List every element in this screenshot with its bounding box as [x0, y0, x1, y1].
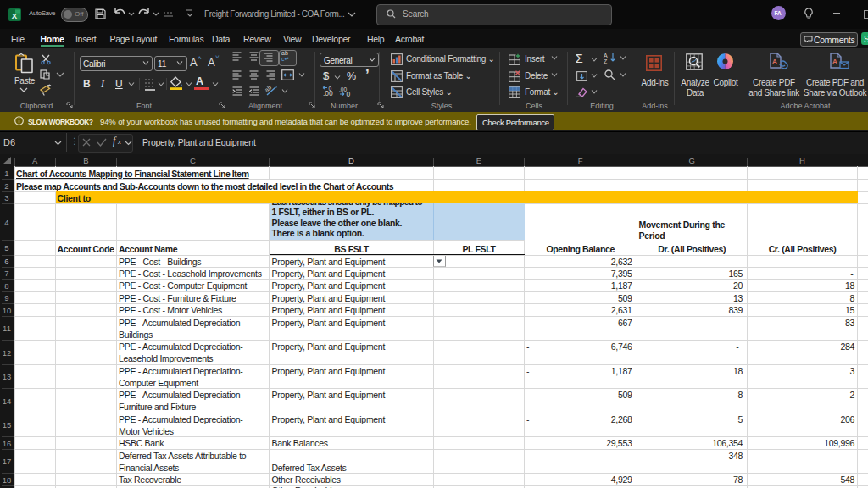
svg-text:A: A: [772, 58, 777, 65]
svg-text:A: A: [832, 58, 837, 65]
svg-text:A: A: [604, 53, 608, 58]
svg-text:0: 0: [347, 90, 351, 98]
svg-text:0: 0: [329, 86, 332, 92]
svg-text:Z: Z: [604, 58, 608, 64]
svg-text:X: X: [12, 11, 18, 20]
